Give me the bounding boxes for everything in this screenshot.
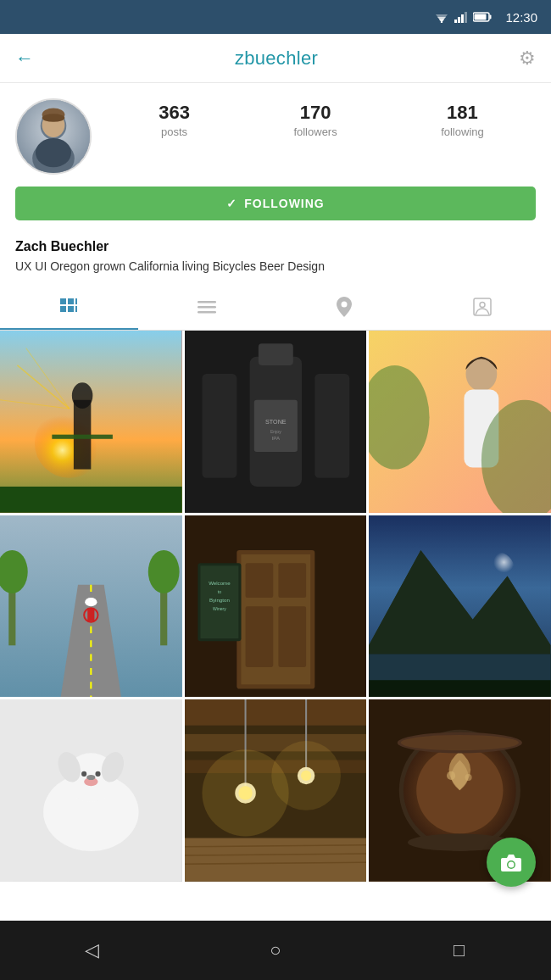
grid-cell-6[interactable]	[369, 515, 551, 698]
svg-rect-95	[185, 734, 367, 751]
svg-rect-28	[198, 311, 216, 314]
svg-point-92	[86, 775, 95, 780]
svg-rect-10	[475, 14, 487, 20]
svg-rect-94	[185, 699, 367, 726]
svg-point-33	[35, 409, 104, 478]
svg-rect-103	[185, 838, 367, 882]
photo-overlay-2: STONE Enjoy IPA	[185, 331, 367, 513]
grid-cell-7[interactable]	[0, 699, 182, 882]
svg-rect-21	[68, 298, 74, 304]
signal-icon	[454, 11, 468, 23]
svg-rect-63	[87, 608, 94, 621]
stat-following[interactable]: 181 following	[441, 102, 484, 138]
profile-section: 363 posts 170 followers 181 following ✓ …	[0, 83, 551, 229]
svg-rect-9	[490, 15, 492, 19]
svg-rect-48	[202, 374, 237, 478]
checkmark-icon: ✓	[226, 197, 237, 210]
following-button-label: FOLLOWING	[244, 197, 325, 210]
photo-overlay-7	[0, 699, 182, 882]
svg-rect-69	[278, 563, 306, 598]
photo-overlay-1	[0, 331, 182, 513]
camera-fab-icon	[500, 853, 522, 871]
nav-recent-icon: □	[454, 939, 465, 961]
stats-row: 363 posts 170 followers 181 following	[107, 98, 536, 138]
back-button[interactable]: ←	[15, 47, 34, 70]
nav-home-icon: ○	[270, 939, 281, 961]
avatar	[15, 98, 92, 175]
nav-home[interactable]: ○	[250, 933, 301, 967]
top-nav: ← zbuechler ⚙	[0, 34, 551, 83]
grid-cell-8[interactable]	[185, 699, 367, 882]
nav-back-icon: ◁	[85, 939, 99, 961]
svg-rect-22	[75, 298, 77, 304]
posts-label: posts	[161, 125, 187, 138]
svg-text:Welcome: Welcome	[209, 579, 231, 585]
svg-rect-83	[369, 654, 551, 680]
svg-point-19	[42, 114, 65, 122]
grid-cell-1[interactable]	[0, 331, 182, 513]
bio-section: Zach Buechler UX UI Oregon grown Califor…	[0, 229, 551, 287]
stat-posts[interactable]: 363 posts	[159, 102, 190, 138]
svg-point-29	[342, 301, 348, 307]
grid-cell-5[interactable]: Welcome to Byington Winery	[185, 515, 367, 698]
stat-followers[interactable]: 170 followers	[293, 102, 337, 138]
profile-top: 363 posts 170 followers 181 following	[15, 98, 536, 175]
svg-rect-25	[75, 306, 77, 312]
display-name: Zach Buechler	[15, 239, 536, 254]
status-icons	[434, 11, 492, 23]
svg-rect-4	[454, 19, 457, 23]
svg-point-114	[465, 774, 472, 781]
tab-grid[interactable]	[0, 287, 138, 330]
svg-rect-6	[461, 14, 464, 23]
svg-rect-71	[278, 606, 306, 667]
camera-fab[interactable]	[487, 838, 536, 887]
svg-point-16	[36, 138, 71, 167]
followers-label: followers	[293, 125, 337, 138]
person-tag-icon	[473, 298, 492, 320]
photo-overlay-5: Welcome to Byington Winery	[185, 515, 367, 698]
grid-cell-2[interactable]: STONE Enjoy IPA	[185, 331, 367, 513]
svg-rect-34	[74, 400, 91, 470]
avatar-image	[17, 100, 90, 173]
followers-count: 170	[300, 102, 331, 124]
nav-recent[interactable]: □	[434, 933, 485, 967]
svg-rect-36	[52, 435, 113, 439]
photo-overlay-4	[0, 515, 182, 698]
svg-rect-23	[60, 306, 66, 312]
svg-point-121	[509, 862, 515, 868]
tab-location[interactable]	[276, 287, 414, 330]
svg-point-89	[81, 771, 86, 777]
svg-rect-7	[465, 12, 467, 23]
status-bar: 12:30	[0, 0, 551, 34]
nav-back[interactable]: ◁	[66, 933, 117, 967]
svg-point-35	[72, 382, 93, 409]
wifi-icon	[434, 11, 449, 23]
tab-bar	[0, 287, 551, 331]
tab-list[interactable]	[138, 287, 276, 330]
posts-count: 363	[159, 102, 190, 124]
following-count: 181	[447, 102, 478, 124]
photo-overlay-6	[369, 515, 551, 698]
settings-button[interactable]: ⚙	[519, 47, 536, 70]
svg-rect-27	[198, 306, 216, 309]
following-button[interactable]: ✓ FOLLOWING	[15, 187, 536, 220]
location-icon	[337, 297, 352, 321]
svg-point-90	[95, 771, 100, 777]
grid-cell-4[interactable]	[0, 515, 182, 698]
svg-text:Winery: Winery	[213, 606, 226, 611]
svg-point-82	[480, 552, 515, 587]
grid-cell-3[interactable]	[369, 331, 551, 513]
svg-rect-43	[259, 343, 293, 365]
page-title: zbuechler	[235, 47, 318, 70]
svg-point-61	[148, 550, 180, 593]
svg-text:Enjoy: Enjoy	[270, 429, 281, 434]
photo-overlay-8	[185, 699, 367, 882]
tab-tagged[interactable]	[414, 287, 552, 330]
svg-point-116	[401, 735, 519, 750]
svg-text:STONE: STONE	[265, 419, 287, 426]
bottom-nav: ◁ ○ □	[0, 921, 551, 980]
following-label: following	[441, 125, 484, 138]
svg-rect-68	[245, 563, 273, 598]
svg-rect-24	[68, 306, 74, 312]
svg-point-31	[480, 302, 485, 307]
